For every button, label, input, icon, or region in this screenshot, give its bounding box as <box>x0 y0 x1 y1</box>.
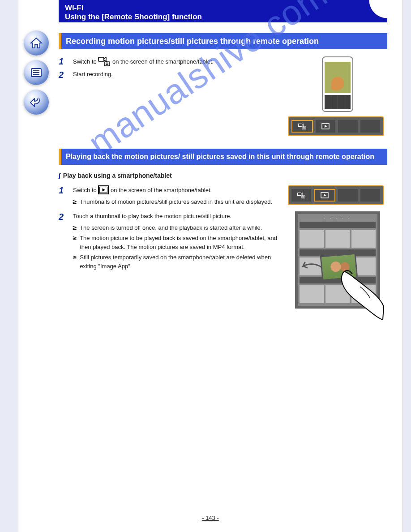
svg-point-6 <box>106 63 108 65</box>
svg-rect-4 <box>98 57 104 61</box>
bullet-item: The motion picture to be played back is … <box>73 234 280 251</box>
svg-point-16 <box>302 196 304 197</box>
svg-rect-8 <box>299 124 302 127</box>
contents-button[interactable] <box>24 60 49 85</box>
phone-mock <box>322 56 353 112</box>
gallery-illustration: · · · · · <box>295 211 380 309</box>
step-number: 2 <box>59 70 68 79</box>
playback-block: 1 Switch to on the screen of the smartph… <box>59 185 387 309</box>
chapter-label: Wi-Fi <box>65 4 381 13</box>
page-number: - 143 - <box>18 515 402 521</box>
step-text: Switch to <box>73 187 98 193</box>
chapter-header: Wi-Fi Using the [Remote Shooting] functi… <box>59 0 387 22</box>
camera-rec-icon <box>298 123 306 129</box>
bullet-item: The screen is turned off once, and the p… <box>73 223 280 232</box>
tab-blank-1[interactable] <box>338 189 358 202</box>
recording-step-2: 2 Start recording. <box>59 70 280 79</box>
camera-rec-icon <box>297 192 305 198</box>
list-icon <box>29 65 43 80</box>
content-column: Wi-Fi Using the [Remote Shooting] functi… <box>59 0 403 532</box>
tab-blank-1[interactable] <box>338 120 358 133</box>
manual-page: Wi-Fi Using the [Remote Shooting] functi… <box>18 0 403 532</box>
back-arrow-icon <box>29 95 43 109</box>
play-icon <box>321 192 329 198</box>
playback-illustration: · · · · · <box>288 185 387 309</box>
tab-record[interactable] <box>291 120 313 133</box>
step-number: 2 <box>59 212 68 273</box>
chapter-title: Using the [Remote Shooting] function <box>65 13 381 21</box>
svg-rect-7 <box>106 61 107 62</box>
step-text: on the screen of the smartphone/tablet. <box>112 58 214 65</box>
tab-playback[interactable] <box>316 120 335 133</box>
recording-illustration <box>288 56 387 136</box>
tab-bar-playback <box>288 185 384 205</box>
step-text: Touch a thumbnail to play back the motio… <box>73 212 280 221</box>
tab-bar-recording <box>288 116 384 136</box>
bullet-item: Still pictures temporarily saved on the … <box>73 253 280 270</box>
tab-playback[interactable] <box>314 189 335 202</box>
hand-icon <box>335 267 385 321</box>
step-number: 1 <box>59 56 68 66</box>
back-button[interactable] <box>24 90 49 115</box>
playback-subheading: ∫ Play back using a smartphone/tablet <box>59 172 403 179</box>
section-header-playback: Playing back the motion pictures/ still … <box>59 149 387 165</box>
recording-step-1: 1 Switch to on the scr <box>59 56 280 66</box>
svg-rect-5 <box>104 62 110 66</box>
step-text: Switch to <box>73 58 98 65</box>
step-text: Start recording. <box>73 70 280 79</box>
recording-block: 1 Switch to on the scr <box>59 56 387 136</box>
play-box-icon <box>98 185 109 194</box>
step-number: 1 <box>59 185 68 208</box>
tab-blank-2[interactable] <box>360 189 380 202</box>
step-text: on the screen of the smartphone/tablet. <box>111 187 212 193</box>
playback-step-1: 1 Switch to on the screen of the smartph… <box>59 185 280 208</box>
camera-rec-icon <box>98 56 111 66</box>
bullet-item: Thumbnails of motion pictures/still pict… <box>73 197 280 206</box>
section-header-recording: Recording motion pictures/still pictures… <box>59 33 387 49</box>
svg-point-10 <box>303 127 304 129</box>
subhead-text: Play back using a smartphone/tablet <box>63 172 172 179</box>
playback-step-2: 2 Touch a thumbnail to play back the mot… <box>59 212 280 273</box>
tab-record[interactable] <box>291 189 311 202</box>
home-button[interactable] <box>24 30 49 56</box>
tab-blank-2[interactable] <box>360 120 380 133</box>
svg-rect-14 <box>298 193 301 196</box>
home-icon <box>29 36 43 50</box>
diamond-icon: ∫ <box>59 172 60 179</box>
play-icon <box>321 123 330 129</box>
